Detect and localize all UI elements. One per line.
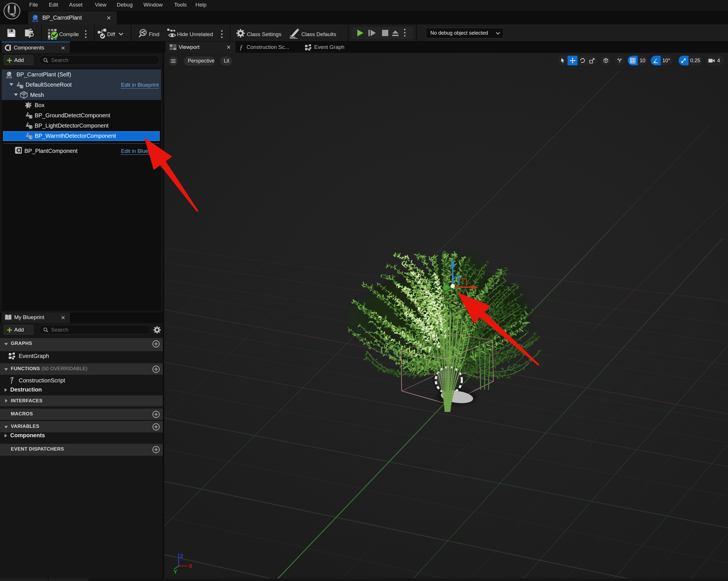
svg-text:Y: Y bbox=[174, 569, 177, 575]
svg-text:X: X bbox=[189, 563, 192, 569]
svg-text:Z: Z bbox=[180, 553, 183, 559]
